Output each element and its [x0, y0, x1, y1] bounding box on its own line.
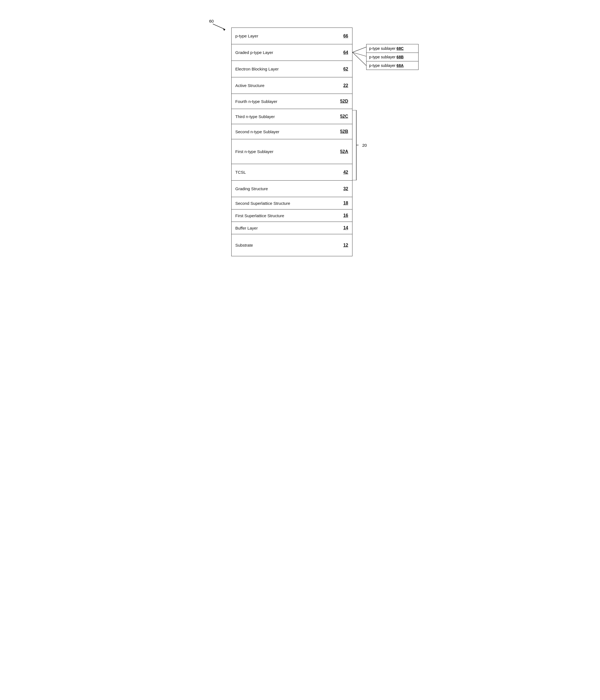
- layer-cell: Buffer Layer 14: [231, 222, 352, 234]
- sublayer-name-68c: p-type sublayer: [369, 46, 397, 51]
- sublayer-boxes-container: p-type sublayer 68C p-type sublayer 68B …: [366, 44, 421, 70]
- layer-name-second-sl: Second Superlattice Structure: [235, 201, 290, 206]
- layer-ref-grading: 32: [341, 186, 348, 191]
- layer-name-graded: Graded p-type Layer: [235, 50, 273, 55]
- layer-cell: Electron Blocking Layer 62: [231, 61, 352, 77]
- layer-name-ebl: Electron Blocking Layer: [235, 67, 279, 71]
- layer-cell: Graded p-type Layer 64: [231, 44, 352, 61]
- bracket-20: 20: [353, 110, 367, 180]
- layer-name-tcsl: TCSL: [235, 170, 246, 175]
- table-row: p-type Layer 66: [231, 28, 352, 44]
- layer-name-fourth: Fourth n-type Sublayer: [235, 99, 278, 104]
- layer-ref-ptype: 66: [341, 33, 348, 39]
- sublayer-ref-68a: 68A: [397, 63, 404, 68]
- layer-ref-ebl: 62: [341, 67, 348, 72]
- layer-name-third: Third n-type Sublayer: [235, 114, 275, 119]
- layer-cell: p-type Layer 66: [231, 28, 352, 44]
- table-row: Second n-type Sublayer 52B: [231, 124, 352, 139]
- sublayer-box-68a: p-type sublayer 68A: [366, 61, 418, 70]
- layer-cell: Second n-type Sublayer 52B: [231, 124, 352, 139]
- table-row: First Superlattice Structure 16: [231, 209, 352, 222]
- table-row: Graded p-type Layer 64: [231, 44, 352, 61]
- table-row: Grading Structure 32: [231, 180, 352, 197]
- sublayer-box-68c: p-type sublayer 68C: [366, 44, 418, 53]
- layer-ref-tcsl: 42: [341, 170, 348, 175]
- layer-cell: TCSL 42: [231, 164, 352, 180]
- layer-cell: First n-type Sublayer 52A: [231, 139, 352, 164]
- table-row: Active Structure 22: [231, 77, 352, 94]
- layer-cell: Substrate 12: [231, 234, 352, 256]
- layer-ref-third: 52C: [338, 114, 348, 119]
- layer-name-ptype: p-type Layer: [235, 33, 258, 38]
- sublayer-name-68b: p-type sublayer: [369, 55, 397, 59]
- layer-ref-fourth: 52D: [338, 99, 348, 104]
- table-row: Fourth n-type Sublayer 52D: [231, 94, 352, 109]
- layer-name-grading: Grading Structure: [235, 186, 268, 191]
- layer-table: p-type Layer 66 Graded p-type Layer 64: [231, 27, 353, 256]
- layer-ref-buffer: 14: [341, 225, 348, 230]
- layer-ref-first-sl: 16: [341, 213, 348, 218]
- bracket-svg: [353, 110, 361, 180]
- svg-line-6: [353, 47, 367, 52]
- layer-ref-active: 22: [341, 83, 348, 88]
- table-row: TCSL 42: [231, 164, 352, 180]
- sublayer-ref-68b: 68B: [397, 55, 404, 59]
- diagram-wrapper: p-type Layer 66 Graded p-type Layer 64: [207, 27, 394, 256]
- layer-name-buffer: Buffer Layer: [235, 226, 258, 230]
- layer-name-first-sl: First Superlattice Structure: [235, 213, 284, 218]
- sublayer-name-68a: p-type sublayer: [369, 63, 397, 68]
- layer-name-second: Second n-type Sublayer: [235, 129, 280, 134]
- diagram-page: 60 p-type Layer 66: [207, 11, 394, 256]
- layer-cell: Third n-type Sublayer 52C: [231, 109, 352, 124]
- table-row: Third n-type Sublayer 52C: [231, 109, 352, 124]
- table-row: Substrate 12: [231, 234, 352, 256]
- layer-ref-graded: 64: [341, 50, 348, 55]
- layer-cell: Second Superlattice Structure 18: [231, 197, 352, 209]
- layer-cell: First Superlattice Structure 16: [231, 209, 352, 222]
- table-row: Electron Blocking Layer 62: [231, 61, 352, 77]
- layer-ref-first: 52A: [338, 149, 348, 154]
- layer-cell: Fourth n-type Sublayer 52D: [231, 94, 352, 109]
- layer-name-first: First n-type Sublayer: [235, 149, 273, 154]
- sublayer-box-68b: p-type sublayer 68B: [366, 53, 418, 61]
- table-row: First n-type Sublayer 52A: [231, 139, 352, 164]
- table-row: Second Superlattice Structure 18: [231, 197, 352, 209]
- layer-cell: Grading Structure 32: [231, 180, 352, 197]
- bracket-label-20: 20: [362, 143, 367, 148]
- connector-svg: [353, 44, 367, 69]
- sublayer-boxes: p-type sublayer 68C p-type sublayer 68B …: [366, 44, 418, 70]
- sublayer-ref-68c: 68C: [397, 46, 404, 51]
- table-row: Buffer Layer 14: [231, 222, 352, 234]
- layer-name-substrate: Substrate: [235, 243, 253, 247]
- layer-cell: Active Structure 22: [231, 77, 352, 94]
- layer-ref-substrate: 12: [341, 243, 348, 248]
- layer-ref-second-sl: 18: [341, 201, 348, 206]
- layer-name-active: Active Structure: [235, 83, 265, 88]
- layer-ref-second: 52B: [338, 129, 348, 134]
